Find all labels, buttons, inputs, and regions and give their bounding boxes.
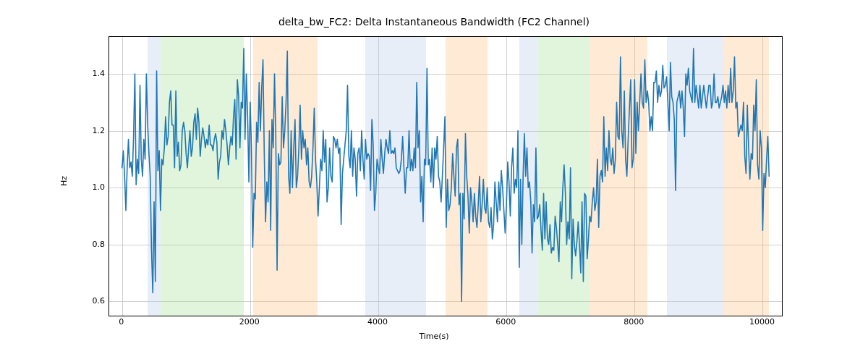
chart-figure: delta_bw_FC2: Delta Instantaneous Bandwi… [0,0,868,362]
chart-title: delta_bw_FC2: Delta Instantaneous Bandwi… [0,16,868,28]
y-tick-label: 1.2 [76,125,105,135]
x-axis-label: Time(s) [0,332,868,341]
y-tick-label: 1.4 [76,69,105,78]
chart-axes [109,36,783,316]
x-tick-label: 8000 [624,317,644,327]
x-tick-label: 4000 [367,317,388,327]
x-tick-label: 0 [119,317,124,327]
x-tick-label: 6000 [495,317,516,327]
x-tick-label: 10000 [749,317,775,327]
x-tick-label: 2000 [239,317,260,327]
y-tick-label: 1.0 [76,182,105,192]
y-tick-label: 0.8 [76,239,105,248]
y-tick-label: 0.6 [76,296,105,306]
y-axis-label: Hz [59,176,69,186]
line-series [109,37,782,316]
